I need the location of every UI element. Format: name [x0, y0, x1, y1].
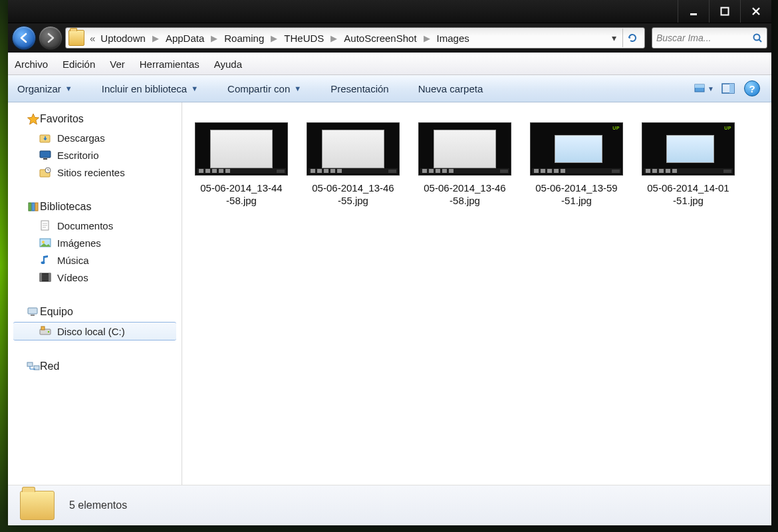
- sidebar-group-equipo: Equipo Disco local (C:): [8, 305, 182, 340]
- svg-point-17: [42, 241, 45, 243]
- menu-ayuda[interactable]: Ayuda: [214, 59, 242, 70]
- download-folder-icon: [39, 132, 52, 144]
- search-input[interactable]: Buscar Ima...: [652, 27, 767, 49]
- toolbar-nueva-carpeta[interactable]: Nueva carpeta: [418, 83, 483, 94]
- breadcrumb-item[interactable]: THeUDS: [281, 31, 326, 45]
- sidebar-header-equipo[interactable]: Equipo: [8, 305, 182, 322]
- file-thumbnail: UP: [530, 122, 623, 176]
- sidebar-item-descargas[interactable]: Descargas: [8, 129, 182, 146]
- toolbar-presentacion[interactable]: Presentación: [330, 83, 389, 94]
- back-button[interactable]: [12, 26, 36, 50]
- svg-rect-21: [49, 273, 51, 281]
- menu-edicion[interactable]: Edición: [63, 59, 95, 70]
- view-options-button[interactable]: ▼: [694, 80, 714, 97]
- svg-point-25: [48, 331, 49, 332]
- breadcrumb-item[interactable]: Images: [434, 31, 472, 45]
- sidebar-item-videos[interactable]: Vídeos: [8, 269, 182, 286]
- svg-rect-4: [695, 84, 704, 88]
- address-dropdown[interactable]: ▾: [608, 33, 620, 43]
- sidebar-group-favoritos: Favoritos Descargas Escritorio Sitios re…: [8, 112, 182, 181]
- svg-rect-13: [32, 203, 35, 211]
- pictures-icon: [39, 237, 52, 249]
- chevron-right-icon[interactable]: ▶: [148, 33, 163, 43]
- status-bar: 5 elementos: [8, 485, 771, 525]
- svg-point-18: [41, 261, 45, 264]
- status-text: 5 elementos: [69, 499, 127, 511]
- sidebar-header-bibliotecas[interactable]: Bibliotecas: [8, 200, 182, 217]
- chevron-down-icon: ▼: [65, 84, 72, 92]
- breadcrumb: « Uptodown ▶ AppData ▶ Roaming ▶ THeUDS …: [87, 31, 605, 45]
- file-name: 05-06-2014_14-01 -51.jpg: [647, 182, 729, 207]
- chevron-down-icon: ▼: [191, 84, 198, 92]
- sidebar-item-disco-local[interactable]: Disco local (C:): [13, 322, 176, 340]
- svg-rect-26: [41, 327, 45, 330]
- content-pane[interactable]: 05-06-2014_13-44 -58.jpg05-06-2014_13-46…: [182, 102, 771, 485]
- breadcrumb-item[interactable]: Roaming: [221, 31, 267, 45]
- menu-herramientas[interactable]: Herramientas: [140, 59, 199, 70]
- explorer-window: « Uptodown ▶ AppData ▶ Roaming ▶ THeUDS …: [8, 0, 771, 525]
- minimize-button[interactable]: [678, 0, 709, 23]
- menu-archivo[interactable]: Archivo: [15, 59, 48, 70]
- address-bar[interactable]: « Uptodown ▶ AppData ▶ Roaming ▶ THeUDS …: [65, 27, 645, 49]
- svg-rect-23: [31, 315, 35, 316]
- file-name: 05-06-2014_13-46 -55.jpg: [312, 182, 394, 207]
- drive-icon: [39, 325, 52, 337]
- file-item[interactable]: 05-06-2014_13-44 -58.jpg: [189, 122, 294, 207]
- sidebar-item-imagenes[interactable]: Imágenes: [8, 234, 182, 251]
- sidebar-header-red[interactable]: Red: [8, 359, 182, 376]
- maximize-button[interactable]: [709, 0, 740, 23]
- file-thumbnail: [418, 122, 511, 176]
- svg-rect-14: [35, 203, 38, 211]
- svg-point-2: [754, 35, 760, 41]
- file-item[interactable]: 05-06-2014_13-46 -58.jpg: [412, 122, 517, 207]
- svg-rect-9: [43, 158, 47, 160]
- svg-rect-22: [28, 308, 37, 314]
- svg-rect-20: [40, 273, 42, 281]
- videos-icon: [39, 271, 52, 283]
- toolbar: Organizar▼ Incluir en biblioteca▼ Compar…: [8, 75, 771, 102]
- nav-row: « Uptodown ▶ AppData ▶ Roaming ▶ THeUDS …: [8, 23, 771, 53]
- chevron-right-icon[interactable]: ▶: [420, 33, 434, 43]
- folder-icon: [68, 30, 84, 46]
- toolbar-incluir[interactable]: Incluir en biblioteca▼: [102, 83, 198, 94]
- library-icon: [27, 201, 40, 213]
- overflow-chevron-icon[interactable]: «: [90, 33, 95, 44]
- sidebar-item-escritorio[interactable]: Escritorio: [8, 146, 182, 164]
- toolbar-compartir[interactable]: Compartir con▼: [227, 83, 301, 94]
- refresh-button[interactable]: [622, 29, 642, 47]
- file-thumbnail: UP: [642, 122, 735, 176]
- svg-rect-1: [721, 8, 729, 15]
- chevron-right-icon[interactable]: ▶: [267, 33, 281, 43]
- forward-button[interactable]: [39, 26, 63, 50]
- computer-icon: [27, 306, 40, 318]
- file-item[interactable]: 05-06-2014_13-46 -55.jpg: [301, 122, 406, 207]
- close-button[interactable]: [740, 0, 771, 23]
- svg-rect-0: [690, 13, 697, 15]
- recent-icon: [39, 166, 52, 178]
- desktop-icon: [39, 149, 52, 161]
- search-placeholder: Buscar Ima...: [656, 33, 711, 43]
- star-icon: [27, 113, 40, 125]
- sidebar-item-sitios-recientes[interactable]: Sitios recientes: [8, 164, 182, 181]
- chevron-right-icon[interactable]: ▶: [326, 33, 341, 43]
- sidebar-item-musica[interactable]: Música: [8, 251, 182, 269]
- file-item[interactable]: UP05-06-2014_13-59 -51.jpg: [524, 122, 629, 207]
- sidebar-item-documentos[interactable]: Documentos: [8, 217, 182, 234]
- breadcrumb-item[interactable]: AutoScreenShot: [341, 31, 419, 45]
- file-item[interactable]: UP05-06-2014_14-01 -51.jpg: [636, 122, 741, 207]
- chevron-down-icon: ▼: [708, 85, 714, 92]
- preview-pane-button[interactable]: [718, 80, 738, 97]
- breadcrumb-item[interactable]: AppData: [163, 31, 207, 45]
- menu-ver[interactable]: Ver: [110, 59, 125, 70]
- chevron-right-icon[interactable]: ▶: [207, 33, 221, 43]
- toolbar-organizar[interactable]: Organizar▼: [17, 83, 72, 94]
- file-name: 05-06-2014_13-44 -58.jpg: [200, 182, 282, 207]
- svg-rect-8: [40, 151, 51, 158]
- help-button[interactable]: ?: [742, 80, 762, 97]
- documents-icon: [39, 219, 52, 231]
- breadcrumb-item[interactable]: Uptodown: [98, 31, 148, 45]
- music-icon: [39, 254, 52, 266]
- sidebar-header-favoritos[interactable]: Favoritos: [8, 112, 182, 129]
- sidebar-group-red: Red: [8, 359, 182, 376]
- svg-rect-27: [27, 362, 33, 366]
